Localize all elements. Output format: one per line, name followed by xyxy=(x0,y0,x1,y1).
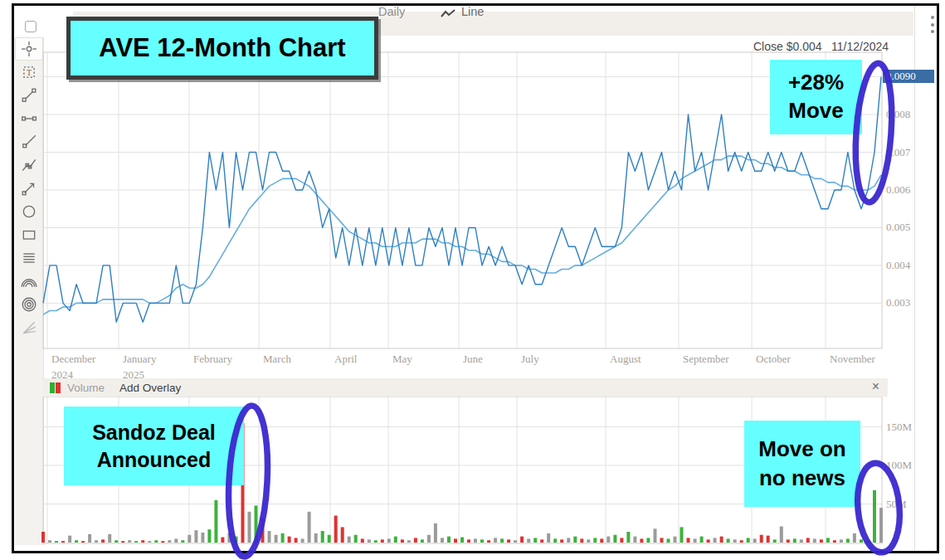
annotation-line: no news xyxy=(744,464,860,493)
volume-bar xyxy=(414,538,417,543)
volume-bar xyxy=(553,538,557,543)
annotation-line: +28% xyxy=(770,69,862,97)
volume-bar xyxy=(121,541,124,543)
volume-bar xyxy=(533,538,537,543)
volume-bar xyxy=(806,538,810,543)
volume-bar xyxy=(214,500,217,543)
volume-bar xyxy=(860,539,863,543)
volume-bar xyxy=(154,540,158,543)
volume-bar xyxy=(275,535,278,543)
volume-bar xyxy=(148,541,151,543)
volume-bar xyxy=(427,535,431,543)
volume-bar xyxy=(141,540,144,543)
volume-bar xyxy=(361,538,364,543)
volume-bar xyxy=(747,538,750,543)
volume-bar xyxy=(295,538,298,543)
volume-bar xyxy=(407,540,411,543)
volume-bar xyxy=(114,540,118,543)
add-overlay-button[interactable]: Add Overlay xyxy=(119,382,181,394)
volume-bar xyxy=(235,537,238,543)
volume-bar xyxy=(660,538,664,543)
volume-bar xyxy=(95,540,98,543)
volume-bar xyxy=(381,539,384,543)
volume-bar xyxy=(281,533,285,543)
price-pane-border[interactable] xyxy=(43,52,882,348)
volume-bar xyxy=(48,540,51,543)
volume-bar xyxy=(500,538,504,543)
annotation-nonews-box: Move on no news xyxy=(744,421,860,507)
volume-legend-icon xyxy=(50,382,61,393)
volume-bar xyxy=(694,538,697,543)
ma-line xyxy=(43,156,881,314)
volume-bar xyxy=(480,539,484,543)
volume-bar xyxy=(460,538,464,543)
volume-bar xyxy=(680,527,684,543)
volume-bar xyxy=(580,538,583,543)
volume-bar xyxy=(840,539,843,543)
volume-bar xyxy=(587,539,590,543)
volume-bar xyxy=(268,531,271,543)
annotation-title-box: AVE 12-Month Chart xyxy=(66,17,378,80)
volume-bar xyxy=(567,538,570,543)
annotation-line: Move xyxy=(770,97,862,125)
volume-bar xyxy=(640,538,643,543)
volume-bar xyxy=(341,527,344,543)
annotation-sandoz-box: Sandoz Deal Announced xyxy=(64,407,244,485)
volume-bar xyxy=(68,536,71,543)
volume-bar xyxy=(308,512,311,543)
volume-bar xyxy=(733,539,737,543)
volume-bar xyxy=(401,539,404,543)
volume-bar xyxy=(248,512,251,543)
volume-bar xyxy=(354,535,358,543)
volume-bar xyxy=(633,537,636,543)
volume-bar xyxy=(714,538,717,543)
volume-bar xyxy=(547,533,550,543)
volume-bar xyxy=(134,541,138,543)
volume-bar xyxy=(753,538,757,543)
volume-panel-header: Volume Add Overlay × xyxy=(43,378,888,397)
volume-bar xyxy=(467,539,470,543)
volume-bar xyxy=(288,537,291,543)
annotation-line: Announced xyxy=(64,446,244,474)
volume-close-icon[interactable]: × xyxy=(872,379,879,394)
volume-bar xyxy=(773,539,777,543)
volume-bar xyxy=(301,538,304,543)
volume-bar xyxy=(613,535,616,543)
volume-bar xyxy=(707,539,710,543)
volume-bar xyxy=(161,541,164,543)
volume-bar xyxy=(75,540,78,543)
volume-bar xyxy=(560,539,563,543)
annotation-line: Sandoz Deal xyxy=(64,419,244,446)
volume-bar xyxy=(879,508,883,543)
volume-bar xyxy=(421,539,424,543)
volume-bar xyxy=(573,537,577,543)
volume-bar xyxy=(261,518,265,543)
date-label: 11/12/2024 xyxy=(831,40,889,53)
volume-bar xyxy=(41,532,45,543)
volume-bar xyxy=(394,537,397,543)
volume-bar xyxy=(813,538,816,543)
volume-bar xyxy=(447,537,451,543)
annotation-title-text: AVE 12-Month Chart xyxy=(71,33,374,63)
volume-bar xyxy=(820,539,823,543)
volume-bar xyxy=(507,539,510,543)
volume-bar xyxy=(434,523,437,543)
volume-bar xyxy=(128,540,131,543)
close-price-label: Close $0.004 xyxy=(753,40,822,53)
volume-bar xyxy=(441,538,444,543)
volume-bar xyxy=(527,538,530,543)
volume-bar xyxy=(514,540,517,543)
annotation-line: Move on xyxy=(744,435,860,464)
volume-bar xyxy=(221,538,224,543)
volume-bar xyxy=(374,540,378,543)
volume-bar xyxy=(727,538,730,543)
volume-bar xyxy=(474,538,477,543)
volume-bar xyxy=(654,528,657,543)
volume-bar xyxy=(620,538,623,543)
volume-bar xyxy=(61,541,65,543)
volume-bar xyxy=(168,540,171,543)
volume-bar xyxy=(833,540,836,543)
volume-bar xyxy=(793,538,796,543)
volume-bar xyxy=(520,537,524,543)
volume-bar xyxy=(700,537,704,543)
